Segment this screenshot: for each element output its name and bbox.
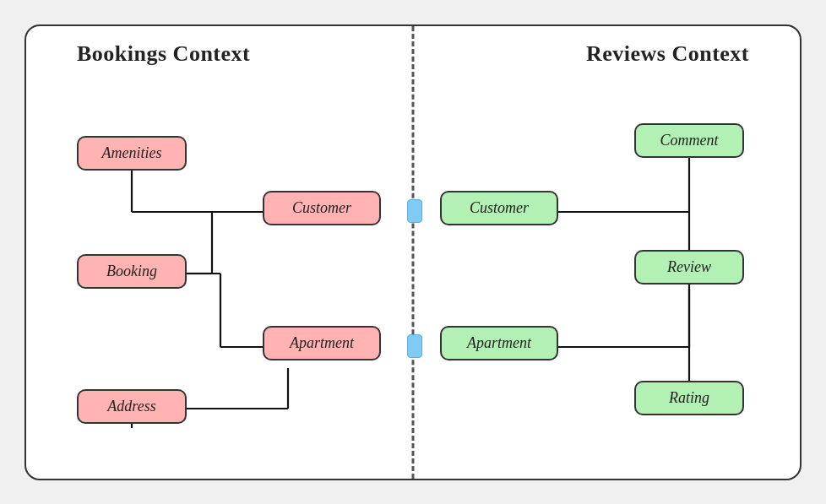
bookings-context-label: Bookings Context: [77, 41, 250, 67]
entity-booking: Booking: [77, 254, 187, 289]
entity-amenities: Amenities: [77, 136, 187, 171]
connector-apartment: [407, 334, 422, 358]
entity-customer-right: Customer: [440, 191, 558, 225]
entity-rating: Rating: [634, 381, 744, 415]
connector-customer: [407, 199, 422, 223]
entity-address: Address: [77, 389, 187, 424]
entity-review: Review: [634, 250, 744, 285]
reviews-context-label: Reviews Context: [586, 41, 749, 67]
diagram-container: Bookings Context Reviews Context: [24, 24, 802, 480]
entity-customer-left: Customer: [263, 191, 381, 225]
entity-comment: Comment: [634, 123, 744, 158]
divider: [412, 26, 415, 479]
entity-apartment-left: Apartment: [263, 326, 381, 360]
entity-apartment-right: Apartment: [440, 326, 558, 360]
